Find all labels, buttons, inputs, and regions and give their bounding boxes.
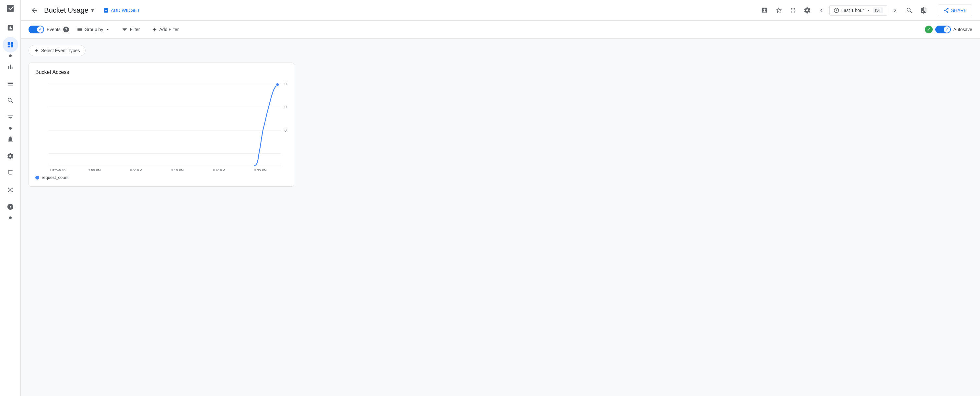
svg-line-6 <box>10 188 12 190</box>
bucket-access-chart-card: Bucket Access 0.6/s 0.4/s 0.2/s 0 UTC+5:… <box>29 62 294 187</box>
svg-text:8:10 PM: 8:10 PM <box>172 169 184 171</box>
sidebar <box>0 0 21 396</box>
svg-point-24 <box>276 83 279 86</box>
svg-text:0.4/s: 0.4/s <box>285 105 288 109</box>
header: Bucket Usage ▾ ADD WIDGET <box>21 0 980 21</box>
settings-button[interactable] <box>801 4 814 17</box>
chart-area: 0.6/s 0.4/s 0.2/s 0 UTC+5:30 7:50 PM 8:0… <box>35 80 288 171</box>
back-button[interactable] <box>29 5 40 16</box>
presentation-button[interactable] <box>758 4 771 17</box>
star-button[interactable] <box>772 4 785 17</box>
header-left: Bucket Usage ▾ ADD WIDGET <box>29 5 145 16</box>
svg-line-7 <box>10 190 12 192</box>
chart-legend: request_count <box>35 175 288 180</box>
select-events-bar: Select Event Types <box>29 45 972 56</box>
toggle-check-icon: ✓ <box>38 27 42 32</box>
next-button[interactable] <box>889 4 902 17</box>
sidebar-item-filterlist[interactable] <box>3 110 18 125</box>
sidebar-item-search[interactable] <box>3 93 18 108</box>
sidebar-item-monitor[interactable] <box>3 165 18 181</box>
events-toggle-container: ✓ Events ? <box>29 25 69 33</box>
sidebar-item-analytics[interactable] <box>3 20 18 36</box>
svg-text:UTC+5:30: UTC+5:30 <box>50 169 65 171</box>
sidebar-item-dashboard[interactable] <box>3 37 18 52</box>
time-selector[interactable]: Last 1 hour IST <box>829 5 887 16</box>
timezone-badge: IST <box>873 8 883 13</box>
toolbar: ✓ Events ? Group by Filter <box>21 21 980 38</box>
add-widget-button[interactable]: ADD WIDGET <box>98 5 145 16</box>
title-dropdown-icon[interactable]: ▾ <box>91 7 94 14</box>
legend-dot <box>35 176 39 180</box>
autosave-toggle[interactable]: ✓ <box>935 25 951 33</box>
legend-label: request_count <box>42 175 68 180</box>
svg-text:0.2/s: 0.2/s <box>285 128 288 132</box>
svg-text:0.6/s: 0.6/s <box>285 82 288 86</box>
sidebar-item-cluster[interactable] <box>3 182 18 198</box>
sidebar-item-notifications[interactable] <box>3 132 18 147</box>
svg-text:8:00 PM: 8:00 PM <box>130 169 142 171</box>
events-toggle[interactable]: ✓ <box>29 25 44 33</box>
share-button[interactable]: SHARE <box>938 5 972 16</box>
sidebar-item-list[interactable] <box>3 76 18 91</box>
chart-svg: 0.6/s 0.4/s 0.2/s 0 UTC+5:30 7:50 PM 8:0… <box>35 80 288 171</box>
select-event-types-button[interactable]: Select Event Types <box>29 45 86 56</box>
autosave-check-icon: ✓ <box>925 25 933 33</box>
sidebar-item-settings[interactable] <box>3 148 18 164</box>
svg-line-8 <box>8 190 10 192</box>
toolbar-right: ✓ ✓ Autosave <box>925 25 972 33</box>
autosave-label: Autosave <box>953 27 972 32</box>
compare-button[interactable] <box>917 4 930 17</box>
chart-title: Bucket Access <box>35 69 288 75</box>
page-title: Bucket Usage <box>44 6 89 14</box>
content-area: Select Event Types Bucket Access 0.6/s 0… <box>21 38 980 396</box>
page-title-row: Bucket Usage ▾ <box>44 6 94 14</box>
search-time-button[interactable] <box>903 4 916 17</box>
sidebar-item-hub[interactable] <box>3 199 18 215</box>
sidebar-dot-2 <box>9 127 12 130</box>
svg-text:8:20 PM: 8:20 PM <box>213 169 225 171</box>
autosave-toggle-check: ✓ <box>945 27 948 32</box>
sidebar-dot-3 <box>9 216 12 219</box>
group-by-button[interactable]: Group by <box>73 25 115 34</box>
sidebar-item-barchart[interactable] <box>3 59 18 75</box>
add-filter-button[interactable]: Add Filter <box>148 25 183 34</box>
prev-button[interactable] <box>815 4 828 17</box>
fullscreen-button[interactable] <box>786 4 800 17</box>
time-label: Last 1 hour <box>841 8 864 13</box>
events-help-icon[interactable]: ? <box>63 27 69 32</box>
events-label: Events <box>47 27 60 32</box>
filter-button[interactable]: Filter <box>118 25 143 34</box>
svg-line-5 <box>8 188 10 190</box>
sidebar-logo[interactable] <box>5 3 16 14</box>
header-right: Last 1 hour IST SHARE <box>758 4 972 17</box>
svg-text:8:30 PM: 8:30 PM <box>255 169 267 171</box>
main-content: Bucket Usage ▾ ADD WIDGET <box>21 0 980 396</box>
svg-text:7:50 PM: 7:50 PM <box>89 169 101 171</box>
toolbar-left: ✓ Events ? Group by Filter <box>29 25 183 34</box>
sidebar-dot-1 <box>9 54 12 57</box>
